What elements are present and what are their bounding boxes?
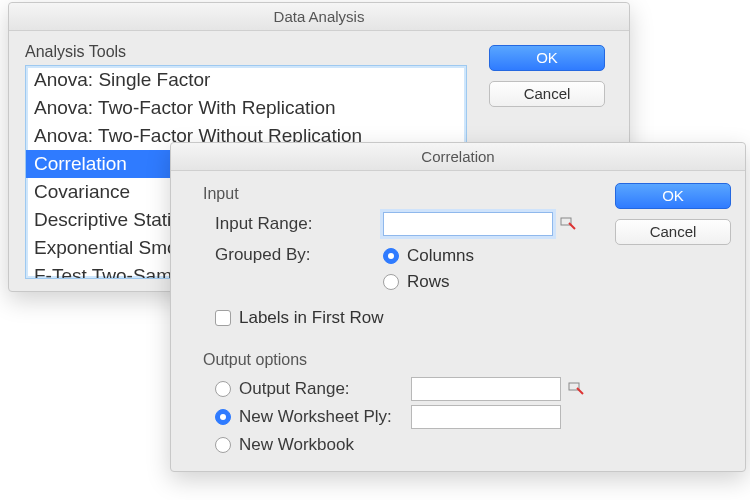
new-worksheet-radio[interactable] bbox=[215, 409, 231, 425]
input-section-label: Input bbox=[203, 185, 601, 203]
grouped-columns-radio[interactable] bbox=[383, 248, 399, 264]
cancel-button[interactable]: Cancel bbox=[489, 81, 605, 107]
grouped-rows-label: Rows bbox=[407, 272, 450, 292]
grouped-columns-label: Columns bbox=[407, 246, 474, 266]
new-worksheet-label: New Worksheet Ply: bbox=[239, 407, 411, 427]
grouped-rows-radio[interactable] bbox=[383, 274, 399, 290]
correlation-dialog: Correlation Input Input Range: Grouped B… bbox=[170, 142, 746, 472]
range-picker-icon[interactable] bbox=[567, 380, 585, 398]
cancel-button[interactable]: Cancel bbox=[615, 219, 731, 245]
new-worksheet-field[interactable] bbox=[411, 405, 561, 429]
tool-item[interactable]: Anova: Two-Factor With Replication bbox=[26, 94, 466, 122]
input-range-field[interactable] bbox=[383, 212, 553, 236]
new-workbook-radio[interactable] bbox=[215, 437, 231, 453]
range-picker-icon[interactable] bbox=[559, 215, 577, 233]
labels-first-row-checkbox[interactable] bbox=[215, 310, 231, 326]
output-section-label: Output options bbox=[203, 351, 601, 369]
output-range-radio[interactable] bbox=[215, 381, 231, 397]
labels-first-row-label: Labels in First Row bbox=[239, 308, 384, 328]
output-range-field[interactable] bbox=[411, 377, 561, 401]
new-workbook-label: New Workbook bbox=[239, 435, 411, 455]
tool-item[interactable]: Anova: Single Factor bbox=[26, 66, 466, 94]
dialog-title: Data Analysis bbox=[9, 3, 629, 31]
ok-button[interactable]: OK bbox=[615, 183, 731, 209]
grouped-by-label: Grouped By: bbox=[215, 245, 383, 265]
tools-label: Analysis Tools bbox=[25, 43, 467, 61]
dialog-title: Correlation bbox=[171, 143, 745, 171]
output-range-label: Output Range: bbox=[239, 379, 411, 399]
ok-button[interactable]: OK bbox=[489, 45, 605, 71]
input-range-label: Input Range: bbox=[215, 214, 383, 234]
